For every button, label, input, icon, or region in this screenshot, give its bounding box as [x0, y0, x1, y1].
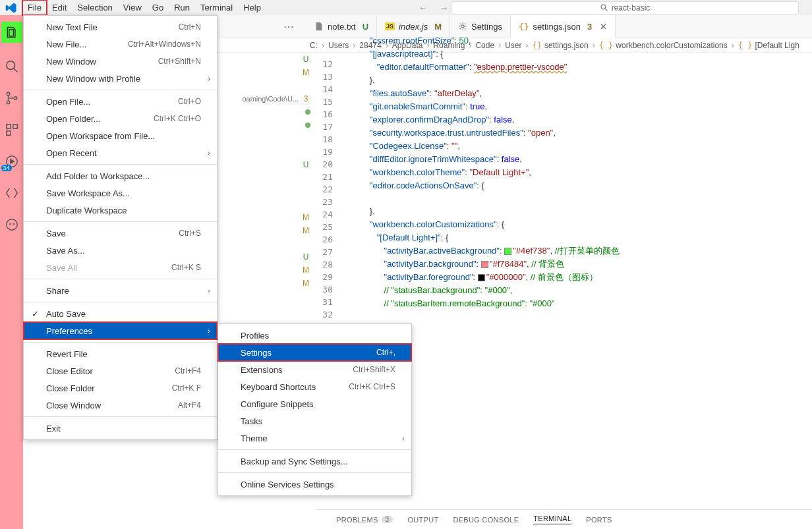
- command-center-text: react-basic: [612, 3, 651, 13]
- menu-item-open-workspace-from-file[interactable]: Open Workspace from File...: [24, 127, 217, 144]
- line-number: 23: [313, 197, 333, 209]
- menu-item-label: Backup and Sync Settings...: [241, 457, 348, 466]
- open-editors-gutter: U M oaming\Code\U...3 U M M U M: [218, 53, 313, 290]
- line-number: 24: [313, 209, 333, 222]
- menu-item-revert-file[interactable]: Revert File: [24, 345, 217, 362]
- menu-item-extensions[interactable]: ExtensionsCtrl+Shift+X: [218, 361, 411, 378]
- command-center[interactable]: react-basic: [451, 1, 799, 14]
- line-number: 13: [313, 72, 333, 84]
- menu-view[interactable]: View: [118, 0, 147, 15]
- menu-item-exit[interactable]: Exit: [24, 420, 217, 437]
- menu-item-save-workspace-as[interactable]: Save Workspace As...: [24, 184, 217, 202]
- activity-source-control-icon[interactable]: [4, 90, 20, 106]
- menu-item-label: Tasks: [241, 416, 262, 426]
- menu-separator: [24, 164, 217, 165]
- panel-tab-ports[interactable]: PORTS: [586, 516, 612, 524]
- menu-item-label: Profiles: [241, 331, 269, 341]
- line-number: 14: [313, 84, 333, 97]
- menu-item-profiles[interactable]: Profiles: [218, 327, 411, 344]
- menu-item-new-text-file[interactable]: New Text FileCtrl+N: [24, 18, 217, 36]
- menu-item-add-folder-to-workspace[interactable]: Add Folder to Workspace...: [24, 167, 217, 184]
- menu-item-label: Duplicate Workspace: [46, 206, 127, 215]
- menu-item-save-as[interactable]: Save As...: [24, 242, 217, 259]
- svg-line-3: [13, 69, 17, 72]
- menu-item-label: New Window: [46, 57, 96, 67]
- menu-item-new-window[interactable]: New WindowCtrl+Shift+N: [24, 53, 217, 70]
- menu-item-keyboard-shortcuts[interactable]: Keyboard ShortcutsCtrl+K Ctrl+S: [218, 378, 411, 395]
- menu-item-configure-snippets[interactable]: Configure Snippets: [218, 395, 411, 412]
- nav-back-icon[interactable]: ←: [419, 3, 428, 13]
- menu-item-new-file[interactable]: New File...Ctrl+Alt+Windows+N: [24, 36, 217, 53]
- menu-item-label: Extensions: [241, 365, 283, 375]
- menu-edit[interactable]: Edit: [47, 0, 72, 15]
- menu-item-label: New File...: [46, 40, 86, 49]
- menu-shortcut: Ctrl+Shift+N: [158, 57, 201, 66]
- activity-explorer-icon[interactable]: [1, 22, 22, 43]
- menu-item-open-recent[interactable]: Open Recent›: [24, 144, 217, 161]
- panel-tab-problems[interactable]: PROBLEMS 3: [336, 516, 393, 524]
- svg-rect-9: [6, 131, 10, 135]
- menu-item-share[interactable]: Share›: [24, 282, 217, 299]
- titlebar: File Edit Selection View Go Run Terminal…: [0, 0, 812, 15]
- menu-item-save[interactable]: SaveCtrl+S: [24, 225, 217, 242]
- activity-copilot-icon[interactable]: [4, 217, 20, 233]
- menu-item-new-window-with-profile[interactable]: New Window with Profile›: [24, 70, 217, 87]
- nav-forward-icon[interactable]: →: [440, 3, 449, 13]
- menu-file[interactable]: File: [22, 0, 47, 15]
- panel-tab-output[interactable]: OUTPUT: [407, 516, 438, 524]
- menu-item-close-window[interactable]: Close WindowAlt+F4: [24, 397, 217, 414]
- menu-item-close-editor[interactable]: Close EditorCtrl+F4: [24, 362, 217, 379]
- line-number: 16: [313, 109, 333, 122]
- tab-overflow-icon[interactable]: ⋯: [283, 20, 295, 33]
- line-number: 21: [313, 172, 333, 184]
- activity-search-icon[interactable]: [4, 59, 20, 74]
- menu-item-backup-and-sync-settings[interactable]: Backup and Sync Settings...: [218, 453, 411, 470]
- panel-tab-terminal[interactable]: TERMINAL: [533, 515, 571, 524]
- menu-shortcut: Ctrl+N: [179, 22, 201, 32]
- panel-tab-debug-console[interactable]: DEBUG CONSOLE: [453, 516, 519, 524]
- menu-run[interactable]: Run: [169, 0, 195, 15]
- menu-item-label: Close Window: [46, 401, 101, 410]
- menu-item-open-folder[interactable]: Open Folder...Ctrl+K Ctrl+O: [24, 110, 217, 127]
- menu-separator: [24, 302, 217, 302]
- activity-extensions-icon[interactable]: [4, 122, 20, 138]
- svg-rect-7: [6, 125, 10, 128]
- menu-item-theme[interactable]: Theme›: [218, 430, 411, 447]
- line-number: 28: [313, 260, 333, 272]
- activity-custom-icon[interactable]: [4, 185, 20, 201]
- line-number: 27: [313, 247, 333, 260]
- nav-arrows: ← →: [419, 3, 449, 13]
- menu-terminal[interactable]: Terminal: [195, 0, 238, 15]
- menu-item-label: Close Folder: [46, 383, 95, 393]
- menu-item-close-folder[interactable]: Close FolderCtrl+K F: [24, 379, 217, 397]
- line-number: 29: [313, 272, 333, 285]
- line-number: 30: [313, 285, 333, 297]
- menu-help[interactable]: Help: [238, 0, 266, 15]
- chevron-right-icon: ›: [402, 434, 405, 442]
- menu-item-label: Theme: [241, 433, 267, 443]
- menu-selection[interactable]: Selection: [72, 0, 117, 15]
- menu-item-tasks[interactable]: Tasks: [218, 412, 411, 430]
- tab-label: note.txt: [328, 22, 356, 32]
- menu-go[interactable]: Go: [147, 0, 169, 15]
- breadcrumb-item[interactable]: C:: [310, 41, 318, 50]
- menu-item-online-services-settings[interactable]: Online Services Settings: [218, 476, 411, 493]
- menu-item-label: Preferences: [46, 326, 92, 336]
- activity-run-debug-icon[interactable]: [4, 153, 20, 169]
- menu-item-duplicate-workspace[interactable]: Duplicate Workspace: [24, 202, 217, 219]
- menu-separator: [24, 90, 217, 90]
- svg-rect-8: [13, 125, 16, 128]
- menubar: File Edit Selection View Go Run Terminal…: [22, 0, 266, 15]
- svg-point-13: [13, 223, 14, 225]
- menu-item-label: Online Services Settings: [241, 480, 334, 489]
- menu-shortcut: Ctrl+O: [178, 97, 201, 106]
- menu-item-label: New Window with Profile: [46, 74, 140, 84]
- menu-shortcut: Ctrl+Alt+Windows+N: [128, 40, 201, 49]
- menu-item-auto-save[interactable]: ✓Auto Save: [24, 305, 217, 322]
- code-content[interactable]: "cssrem.rootFontSize": 50, "[javascriptr…: [362, 53, 812, 323]
- breadcrumb-item[interactable]: Users: [328, 41, 349, 50]
- menu-item-open-file[interactable]: Open File...Ctrl+O: [24, 93, 217, 110]
- menu-item-preferences[interactable]: Preferences›: [24, 322, 217, 339]
- svg-point-11: [6, 219, 17, 231]
- menu-item-settings[interactable]: SettingsCtrl+,: [218, 344, 411, 361]
